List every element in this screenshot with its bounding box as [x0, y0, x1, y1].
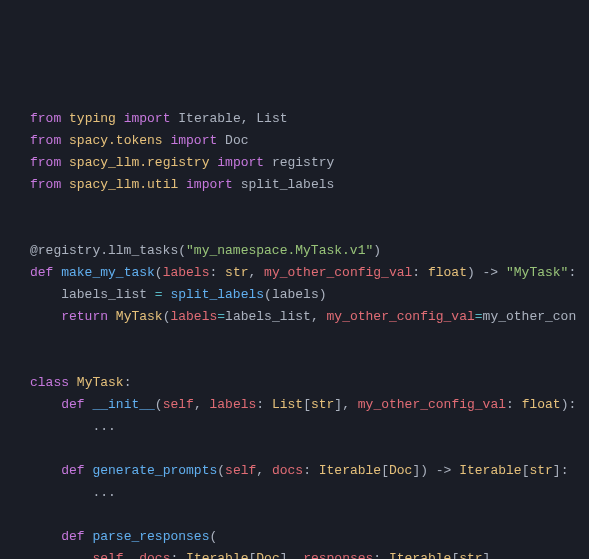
init-def-line: def __init__(self, labels: List[str], my… — [30, 397, 576, 412]
close-bracket: ] — [334, 397, 342, 412]
decorator-call: @registry.llm_tasks — [30, 243, 178, 258]
colon: : — [568, 397, 576, 412]
keyword-def: def — [61, 397, 84, 412]
return-type-iterable: Iterable — [459, 463, 521, 478]
arg-labels: labels — [272, 287, 319, 302]
comma: , — [256, 463, 272, 478]
method-generate-prompts: generate_prompts — [92, 463, 217, 478]
param-labels: labels — [163, 265, 210, 280]
comma: , — [311, 309, 327, 324]
param-self: self — [92, 551, 123, 559]
param-docs: docs — [272, 463, 303, 478]
open-bracket: [ — [303, 397, 311, 412]
comma: , — [342, 397, 358, 412]
decorator-line: @registry.llm_tasks("my_namespace.MyTask… — [30, 243, 381, 258]
open-bracket: [ — [381, 463, 389, 478]
import-names: split_labels — [241, 177, 335, 192]
decorator-arg-str: "my_namespace.MyTask.v1" — [186, 243, 373, 258]
equals-op: = — [217, 309, 225, 324]
code-block: from typing import Iterable, List from s… — [30, 108, 589, 559]
parse-responses-def-line-2: self, docs: Iterable[Doc], responses: It… — [30, 551, 490, 559]
import-names: Iterable, List — [178, 111, 287, 126]
keyword-import: import — [124, 111, 171, 126]
close-paren: ) — [373, 243, 381, 258]
type-iterable: Iterable — [319, 463, 381, 478]
kwarg-other: my_other_config_val — [327, 309, 475, 324]
colon: : — [561, 463, 569, 478]
type-iterable: Iterable — [186, 551, 248, 559]
arrow: -> — [475, 265, 506, 280]
param-self: self — [225, 463, 256, 478]
module-name: spacy_llm.registry — [69, 155, 209, 170]
equals-op: = — [475, 309, 483, 324]
class-def-line: class MyTask: — [30, 375, 131, 390]
keyword-import: import — [186, 177, 233, 192]
type-float: float — [522, 397, 561, 412]
var-labels-list: labels_list — [61, 287, 147, 302]
open-paren: ( — [217, 463, 225, 478]
type-doc: Doc — [256, 551, 279, 559]
kwarg-labels: labels — [170, 309, 217, 324]
import-line-2: from spacy.tokens import Doc — [30, 133, 249, 148]
type-str: str — [459, 551, 482, 559]
val-labels-list: labels_list — [225, 309, 311, 324]
close-bracket: ] — [553, 463, 561, 478]
equals-op: = — [147, 287, 170, 302]
keyword-def: def — [30, 265, 53, 280]
close-bracket: ] — [483, 551, 491, 559]
open-paren: ( — [209, 529, 217, 544]
open-paren: ( — [264, 287, 272, 302]
colon-annot: : — [256, 397, 272, 412]
class-mytask: MyTask — [116, 309, 163, 324]
import-names: Doc — [225, 133, 248, 148]
space — [108, 309, 116, 324]
type-float: float — [428, 265, 467, 280]
colon-annot: : — [170, 551, 186, 559]
return-type-str: str — [529, 463, 552, 478]
open-paren: ( — [155, 265, 163, 280]
colon-annot: : — [506, 397, 522, 412]
keyword-def: def — [61, 463, 84, 478]
open-paren: ( — [155, 397, 163, 412]
factory-def-line: def make_my_task(labels: str, my_other_c… — [30, 265, 576, 280]
module-name: spacy_llm.util — [69, 177, 178, 192]
keyword-from: from — [30, 177, 61, 192]
module-name: typing — [69, 111, 116, 126]
keyword-def: def — [61, 529, 84, 544]
type-str: str — [311, 397, 334, 412]
close-bracket: ] — [280, 551, 288, 559]
method-parse-responses: parse_responses — [92, 529, 209, 544]
close-paren: ) — [420, 463, 428, 478]
comma: , — [124, 551, 140, 559]
colon-annot: : — [303, 463, 319, 478]
arrow: -> — [428, 463, 459, 478]
return-type-str: "MyTask" — [506, 265, 568, 280]
ellipsis-line: ... — [30, 419, 116, 434]
type-str: str — [225, 265, 248, 280]
space — [69, 375, 77, 390]
keyword-import: import — [217, 155, 264, 170]
open-paren: ( — [178, 243, 186, 258]
keyword-from: from — [30, 111, 61, 126]
keyword-from: from — [30, 155, 61, 170]
comma: , — [288, 551, 304, 559]
keyword-class: class — [30, 375, 69, 390]
generate-prompts-def-line: def generate_prompts(self, docs: Iterabl… — [30, 463, 568, 478]
import-names: registry — [272, 155, 334, 170]
import-line-4: from spacy_llm.util import split_labels — [30, 177, 334, 192]
type-doc: Doc — [389, 463, 412, 478]
keyword-return: return — [61, 309, 108, 324]
param-docs: docs — [139, 551, 170, 559]
keyword-import: import — [170, 133, 217, 148]
body-line-2: return MyTask(labels=labels_list, my_oth… — [30, 309, 576, 324]
comma: , — [248, 265, 264, 280]
import-line-1: from typing import Iterable, List — [30, 111, 288, 126]
param-other-config: my_other_config_val — [264, 265, 412, 280]
colon-annot: : — [209, 265, 225, 280]
keyword-from: from — [30, 133, 61, 148]
type-iterable: Iterable — [389, 551, 451, 559]
parse-responses-def-line-1: def parse_responses( — [30, 529, 217, 544]
param-responses: responses — [303, 551, 373, 559]
method-init: __init__ — [92, 397, 154, 412]
close-paren: ) — [467, 265, 475, 280]
